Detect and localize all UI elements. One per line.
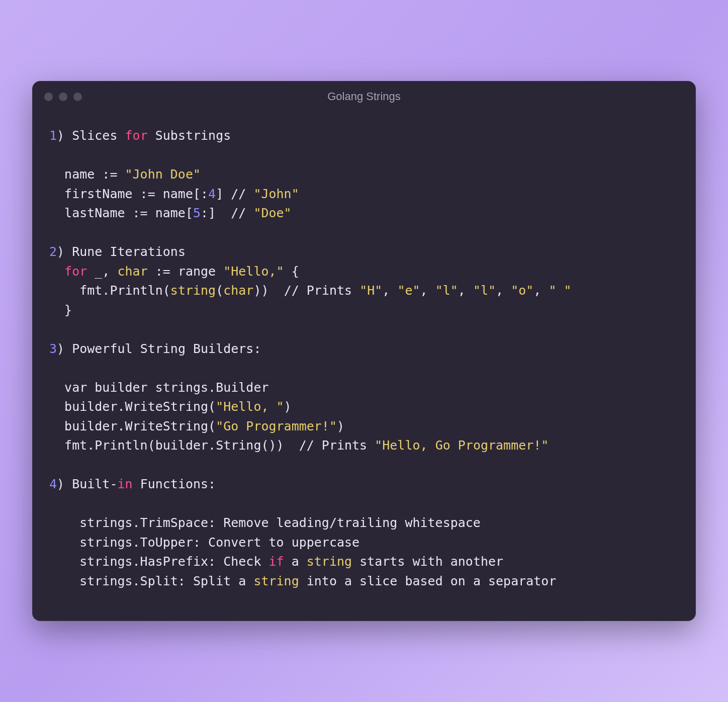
code-token: )	[337, 419, 344, 433]
code-token: ) Slices	[57, 128, 125, 143]
code-line: builder.WriteString("Hello, ")	[49, 397, 679, 417]
code-token: fmt.Println(	[49, 283, 170, 298]
code-token: )	[284, 399, 292, 414]
code-token: firstName := name[:	[49, 187, 208, 201]
code-token: char	[223, 283, 253, 298]
code-line	[49, 494, 679, 514]
code-token: := range	[148, 264, 224, 279]
code-token: ) Built-	[57, 477, 117, 491]
code-token: "l"	[473, 283, 496, 298]
code-token: (	[216, 283, 223, 298]
code-token: Functions:	[133, 477, 216, 491]
code-token: _,	[87, 264, 117, 279]
code-token: "Hello, "	[216, 399, 284, 414]
code-token: a	[284, 554, 307, 569]
code-line: name := "John Doe"	[49, 165, 679, 185]
code-line: strings.HasPrefix: Check if a string sta…	[49, 552, 679, 572]
code-line: 4) Built-in Functions:	[49, 475, 679, 494]
code-line	[49, 146, 679, 165]
code-token: 5	[193, 206, 201, 220]
code-token: 4	[208, 187, 216, 201]
code-line: builder.WriteString("Go Programmer!")	[49, 417, 679, 436]
code-token: "John Doe"	[125, 167, 201, 182]
code-token: 4	[49, 477, 57, 491]
code-line: 1) Slices for Substrings	[49, 126, 679, 146]
code-line	[49, 456, 679, 475]
code-token: builder.WriteString(	[49, 399, 216, 414]
code-line: strings.TrimSpace: Remove leading/traili…	[49, 513, 679, 533]
code-token: 2	[49, 244, 57, 259]
titlebar: Golang Strings	[32, 81, 696, 112]
code-token: ,	[382, 283, 397, 298]
code-token: string	[170, 283, 216, 298]
code-token: "Go Programmer!"	[216, 419, 337, 433]
code-token: fmt.Println(builder.String()) // Prints	[49, 438, 375, 453]
maximize-icon[interactable]	[73, 93, 82, 101]
code-token: builder.WriteString(	[49, 419, 216, 433]
code-line	[49, 223, 679, 243]
code-token: ,	[420, 283, 435, 298]
code-token: 3	[49, 341, 57, 356]
code-token: {	[284, 264, 299, 279]
window-title: Golang Strings	[32, 90, 696, 103]
code-line: }	[49, 301, 679, 320]
code-token: Substrings	[148, 128, 231, 143]
code-line: firstName := name[:4] // "John"	[49, 185, 679, 204]
code-token: )) // Prints	[253, 283, 359, 298]
code-window: Golang Strings 1) Slices for Substrings …	[32, 81, 696, 621]
code-token: in	[117, 477, 132, 491]
code-token: strings.TrimSpace: Remove leading/traili…	[49, 515, 481, 530]
code-token: for	[64, 264, 87, 279]
code-line: 3) Powerful String Builders:	[49, 339, 679, 359]
code-token: string	[253, 574, 299, 588]
code-token: "Doe"	[253, 206, 291, 220]
code-token: :] //	[201, 206, 253, 220]
code-token: "l"	[435, 283, 458, 298]
code-token: "e"	[397, 283, 420, 298]
code-token: if	[269, 554, 284, 569]
code-token: ) Rune Iterations	[57, 244, 186, 259]
code-token: into a slice based on a separator	[299, 574, 557, 588]
traffic-lights	[44, 93, 82, 101]
close-icon[interactable]	[44, 93, 53, 101]
code-token: }	[49, 303, 72, 317]
code-line: for _, char := range "Hello," {	[49, 262, 679, 282]
code-token: "H"	[359, 283, 382, 298]
code-line: fmt.Println(builder.String()) // Prints …	[49, 436, 679, 456]
code-token: strings.Split: Split a	[49, 574, 253, 588]
code-token: ) Powerful String Builders:	[57, 341, 261, 356]
code-token: var builder strings.Builder	[49, 380, 269, 395]
code-token: name :=	[49, 167, 125, 182]
code-line: strings.Split: Split a string into a sli…	[49, 572, 679, 591]
code-content: 1) Slices for Substrings name := "John D…	[32, 112, 696, 621]
minimize-icon[interactable]	[59, 93, 67, 101]
code-token: 1	[49, 128, 57, 143]
code-token: lastName := name[	[49, 206, 193, 220]
code-line	[49, 320, 679, 339]
code-token: "Hello,"	[223, 264, 284, 279]
code-token: " "	[549, 283, 571, 298]
code-token: strings.HasPrefix: Check	[49, 554, 269, 569]
code-token: starts with another	[352, 554, 503, 569]
code-token: char	[117, 264, 147, 279]
code-token: for	[125, 128, 148, 143]
code-token	[49, 264, 64, 279]
code-token: "Hello, Go Programmer!"	[375, 438, 549, 453]
code-line: fmt.Println(string(char)) // Prints "H",…	[49, 281, 679, 301]
code-token: "o"	[511, 283, 533, 298]
code-token: strings.ToUpper: Convert to uppercase	[49, 535, 359, 550]
code-line: strings.ToUpper: Convert to uppercase	[49, 533, 679, 553]
code-token: string	[307, 554, 352, 569]
code-line: var builder strings.Builder	[49, 378, 679, 398]
code-line: lastName := name[5:] // "Doe"	[49, 204, 679, 223]
code-token: "John"	[253, 187, 299, 201]
code-line	[49, 359, 679, 378]
code-token: ] //	[216, 187, 253, 201]
code-line: 2) Rune Iterations	[49, 242, 679, 262]
code-token: ,	[496, 283, 511, 298]
code-token: ,	[533, 283, 549, 298]
code-token: ,	[458, 283, 473, 298]
